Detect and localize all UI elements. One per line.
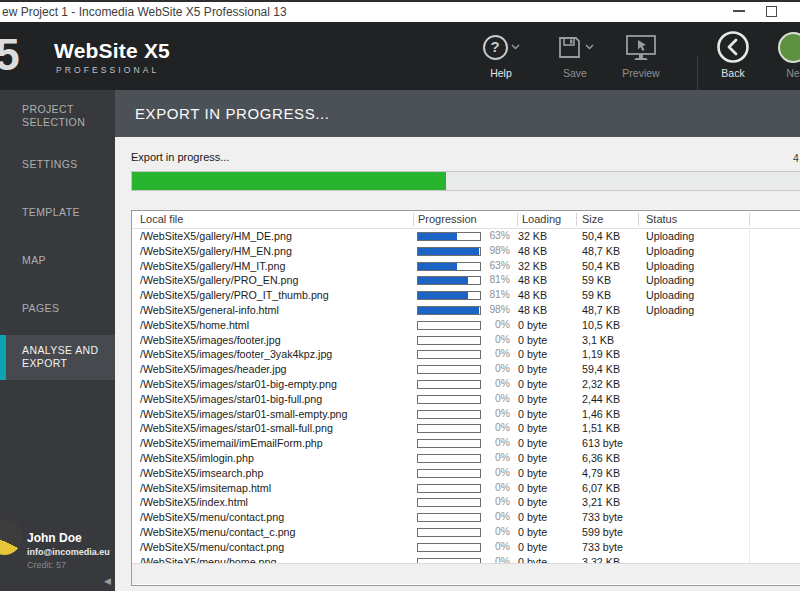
preview-button[interactable]: Preview xyxy=(611,30,671,79)
brand-name: WebSite X5 xyxy=(54,39,170,63)
table-row[interactable]: /WebSiteX5/images/header.jpg 0% 0 byte 5… xyxy=(132,362,800,377)
page-header: EXPORT IN PROGRESS... xyxy=(115,90,800,137)
cell-percent: 81% xyxy=(470,289,510,300)
cell-size: 3,1 KB xyxy=(582,334,614,346)
brand-subtitle: PROFESSIONAL xyxy=(56,65,159,75)
cell-local-file: /WebSiteX5/images/star01-small-full.png xyxy=(140,422,333,434)
column-progression[interactable]: Progression xyxy=(418,213,477,225)
window-titlebar: ew Project 1 - Incomedia WebSite X5 Prof… xyxy=(0,2,800,22)
cell-size: 2,32 KB xyxy=(582,378,620,390)
cell-local-file: /WebSiteX5/imemail/imEmailForm.php xyxy=(140,437,323,449)
table-row[interactable]: /WebSiteX5/imemail/imEmailForm.php 0% 0 … xyxy=(132,436,800,451)
maximize-icon[interactable] xyxy=(766,6,777,17)
cell-size: 599 byte xyxy=(582,526,623,538)
table-row[interactable]: /WebSiteX5/images/footer_3yak4kpz.jpg 0%… xyxy=(132,347,800,362)
cell-local-file: /WebSiteX5/gallery/HM_DE.png xyxy=(140,230,292,242)
cell-percent: 81% xyxy=(470,274,510,285)
table-row[interactable]: /WebSiteX5/gallery/PRO_IT_thumb.png 81% … xyxy=(132,288,800,303)
avatar[interactable] xyxy=(0,519,22,555)
cell-loading: 0 byte xyxy=(518,556,547,563)
help-button[interactable]: ? Help xyxy=(471,30,531,79)
cell-loading: 48 KB xyxy=(518,289,547,301)
column-size[interactable]: Size xyxy=(582,213,603,225)
cell-loading: 32 KB xyxy=(518,230,547,242)
file-table-body: /WebSiteX5/gallery/HM_DE.png 63% 32 KB 5… xyxy=(132,229,800,563)
cell-local-file: /WebSiteX5/imlogin.php xyxy=(140,452,254,464)
cell-loading: 0 byte xyxy=(518,437,547,449)
column-divider xyxy=(517,213,518,226)
sidebar-item-template[interactable]: TEMPLATE xyxy=(22,206,106,219)
column-local-file[interactable]: Local file xyxy=(140,213,183,225)
table-row[interactable]: /WebSiteX5/images/star01-big-empty.png 0… xyxy=(132,377,800,392)
table-row[interactable]: /WebSiteX5/general-info.html 98% 48 KB 4… xyxy=(132,303,800,318)
cell-percent: 0% xyxy=(470,526,510,537)
sidebar-item-analyse-and-export[interactable]: ANALYSE AND EXPORT xyxy=(0,335,115,380)
table-row[interactable]: /WebSiteX5/images/star01-small-empty.png… xyxy=(132,407,800,422)
table-row[interactable]: /WebSiteX5/images/star01-big-full.png 0%… xyxy=(132,392,800,407)
page-title: EXPORT IN PROGRESS... xyxy=(135,105,330,122)
cell-size: 48,7 KB xyxy=(582,245,620,257)
back-button[interactable]: Back xyxy=(703,30,763,79)
cell-progress-fill xyxy=(418,277,468,284)
table-row[interactable]: /WebSiteX5/imsitemap.html 0% 0 byte 6,07… xyxy=(132,481,800,496)
cell-loading: 0 byte xyxy=(518,408,547,420)
column-divider xyxy=(576,213,577,226)
column-divider xyxy=(749,213,750,226)
table-row[interactable]: /WebSiteX5/gallery/HM_DE.png 63% 32 KB 5… xyxy=(132,229,800,244)
active-item-accent xyxy=(0,335,6,380)
table-row[interactable]: /WebSiteX5/menu/home.png 0% 0 byte 3,32 … xyxy=(132,555,800,563)
cell-percent: 63% xyxy=(470,260,510,271)
next-button[interactable]: Ne xyxy=(763,30,800,79)
sidebar-item-map[interactable]: MAP xyxy=(22,254,106,267)
table-row[interactable]: /WebSiteX5/index.html 0% 0 byte 3,21 KB xyxy=(132,495,800,510)
cell-local-file: /WebSiteX5/images/header.jpg xyxy=(140,363,287,375)
table-row[interactable]: /WebSiteX5/imlogin.php 0% 0 byte 6,36 KB xyxy=(132,451,800,466)
cell-loading: 48 KB xyxy=(518,304,547,316)
cell-size: 733 byte xyxy=(582,511,623,523)
table-row[interactable]: /WebSiteX5/home.html 0% 0 byte 10,5 KB xyxy=(132,318,800,333)
table-row[interactable]: /WebSiteX5/images/star01-small-full.png … xyxy=(132,421,800,436)
cell-size: 3,32 KB xyxy=(582,556,620,563)
table-row[interactable]: /WebSiteX5/menu/contact_c.png 0% 0 byte … xyxy=(132,525,800,540)
sidebar-item-label: ANALYSE AND EXPORT xyxy=(22,344,106,370)
table-row[interactable]: /WebSiteX5/images/footer.jpg 0% 0 byte 3… xyxy=(132,333,800,348)
cell-local-file: /WebSiteX5/imsitemap.html xyxy=(140,482,271,494)
cell-size: 50,4 KB xyxy=(582,260,620,272)
cell-progress-fill xyxy=(418,263,457,270)
table-row[interactable]: /WebSiteX5/menu/contact.png 0% 0 byte 73… xyxy=(132,510,800,525)
sidebar-item-project-selection[interactable]: PROJECT SELECTION xyxy=(22,103,106,129)
cell-percent: 63% xyxy=(470,230,510,241)
cell-percent: 0% xyxy=(470,348,510,359)
horizontal-scrollbar[interactable] xyxy=(132,563,800,584)
cell-loading: 0 byte xyxy=(518,511,547,523)
save-label: Save xyxy=(545,67,605,79)
sidebar-item-settings[interactable]: SETTINGS xyxy=(22,158,106,171)
cell-loading: 48 KB xyxy=(518,274,547,286)
cell-loading: 32 KB xyxy=(518,260,547,272)
sidebar-item-pages[interactable]: PAGES xyxy=(22,302,106,315)
table-row[interactable]: /WebSiteX5/imsearch.php 0% 0 byte 4,79 K… xyxy=(132,466,800,481)
cell-status: Uploading xyxy=(646,230,694,242)
cell-local-file: /WebSiteX5/images/star01-big-empty.png xyxy=(140,378,337,390)
save-button[interactable]: Save xyxy=(545,30,605,79)
cell-local-file: /WebSiteX5/gallery/PRO_IT_thumb.png xyxy=(140,289,329,301)
save-floppy-icon xyxy=(557,35,582,60)
sidebar-collapse-icon[interactable]: ◀ xyxy=(104,576,111,586)
table-row[interactable]: /WebSiteX5/gallery/HM_IT.png 63% 32 KB 5… xyxy=(132,259,800,274)
cell-size: 1,19 KB xyxy=(582,348,620,360)
table-row[interactable]: /WebSiteX5/menu/contact.png 0% 0 byte 73… xyxy=(132,540,800,555)
column-loading[interactable]: Loading xyxy=(522,213,561,225)
cell-percent: 0% xyxy=(470,319,510,330)
cell-loading: 0 byte xyxy=(518,393,547,405)
minimize-icon[interactable] xyxy=(733,10,745,12)
cell-size: 59 KB xyxy=(582,289,611,301)
x5-logo-icon: X5 xyxy=(0,30,20,80)
column-status[interactable]: Status xyxy=(646,213,677,225)
cell-size: 6,36 KB xyxy=(582,452,620,464)
cell-percent: 0% xyxy=(470,334,510,345)
table-row[interactable]: /WebSiteX5/gallery/PRO_EN.png 81% 48 KB … xyxy=(132,273,800,288)
table-row[interactable]: /WebSiteX5/gallery/HM_EN.png 98% 48 KB 4… xyxy=(132,244,800,259)
cell-percent: 0% xyxy=(470,556,510,563)
cell-size: 48,7 KB xyxy=(582,304,620,316)
help-label: Help xyxy=(471,67,531,79)
